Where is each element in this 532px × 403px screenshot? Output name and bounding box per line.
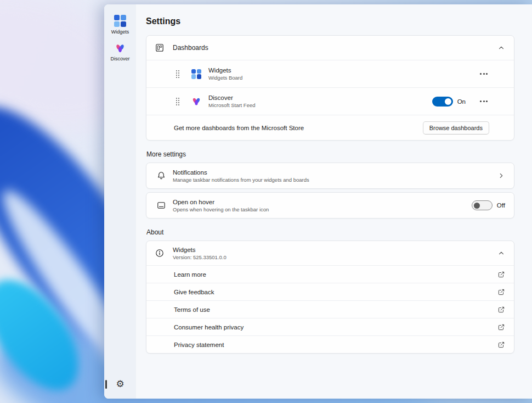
chevron-up-icon <box>497 249 505 257</box>
open-on-hover-row: Open on hover Opens when hovering on the… <box>146 193 514 218</box>
more-options-button[interactable] <box>479 98 489 104</box>
get-more-dashboards-text: Get more dashboards from the Microsoft S… <box>174 125 304 131</box>
sidebar-item-discover[interactable]: Discover <box>104 39 136 66</box>
about-version: Version: 525.33501.0.0 <box>173 254 227 260</box>
row-title: Widgets <box>208 67 242 74</box>
more-settings-label: More settings <box>146 150 514 158</box>
external-link-icon <box>497 288 505 296</box>
external-link-icon <box>497 323 505 331</box>
toggle-state-label: Off <box>497 202 505 209</box>
browse-dashboards-button[interactable]: Browse dashboards <box>423 121 489 135</box>
widgets-app-icon <box>191 69 201 79</box>
dashboards-expander-header[interactable]: Dashboards <box>146 36 514 60</box>
open-on-hover-card: Open on hover Opens when hovering on the… <box>146 192 514 219</box>
info-icon <box>155 249 164 258</box>
external-link-icon <box>497 271 505 278</box>
discover-toggle[interactable] <box>432 97 453 107</box>
settings-gear-button[interactable]: ⚙ <box>114 377 126 391</box>
more-options-button[interactable] <box>479 71 489 77</box>
about-title: Widgets <box>173 247 227 253</box>
row-subtitle: Microsoft Start Feed <box>208 102 256 108</box>
link-label: Terms of use <box>174 306 210 313</box>
notifications-card: Notifications Manage taskbar notificatio… <box>146 163 514 189</box>
page-title: Settings <box>146 16 514 26</box>
chevron-up-icon <box>497 44 505 52</box>
link-label: Learn more <box>174 271 206 278</box>
external-link-icon <box>497 306 505 314</box>
widgets-icon <box>114 15 126 27</box>
row-title: Discover <box>208 94 256 101</box>
sidebar-item-label: Widgets <box>111 29 129 35</box>
drag-handle[interactable] <box>176 70 179 78</box>
sidebar-item-widgets[interactable]: Widgets <box>104 11 136 39</box>
dashboards-card: Dashboards Widgets Widgets Board <box>146 35 514 141</box>
settings-page: Settings Dashboards <box>136 4 532 399</box>
open-on-hover-icon <box>157 201 166 210</box>
dashboards-footer-row: Get more dashboards from the Microsoft S… <box>146 115 514 140</box>
discover-icon <box>115 43 126 54</box>
active-indicator <box>105 380 107 389</box>
about-link-consumer-health-privacy[interactable]: Consumer health privacy <box>146 318 514 335</box>
drag-handle[interactable] <box>176 98 179 105</box>
notifications-row[interactable]: Notifications Manage taskbar notificatio… <box>146 163 514 188</box>
dashboards-title: Dashboards <box>173 44 208 52</box>
open-on-hover-toggle[interactable] <box>472 200 493 210</box>
row-title: Notifications <box>173 169 309 176</box>
sidebar: Widgets Discover ⚙ <box>104 4 136 399</box>
about-card: Widgets Version: 525.33501.0.0 Learn mor… <box>146 240 514 354</box>
row-title: Open on hover <box>173 199 269 205</box>
dashboard-row-discover: Discover Microsoft Start Feed On <box>146 87 514 115</box>
chevron-right-icon <box>497 172 505 180</box>
row-subtitle: Widgets Board <box>208 75 242 81</box>
about-link-learn-more[interactable]: Learn more <box>146 265 514 283</box>
about-link-terms-of-use[interactable]: Terms of use <box>146 300 514 318</box>
about-label: About <box>146 228 514 236</box>
widgets-settings-panel: Widgets Discover ⚙ Settings <box>104 4 532 399</box>
discover-app-icon <box>191 97 201 107</box>
bell-icon <box>157 171 166 180</box>
link-label: Consumer health privacy <box>174 324 244 331</box>
sidebar-item-label: Discover <box>110 56 129 61</box>
row-subtitle: Opens when hovering on the taskbar icon <box>173 206 269 212</box>
about-expander-header[interactable]: Widgets Version: 525.33501.0.0 <box>146 241 514 265</box>
row-subtitle: Manage taskbar notifications from your w… <box>173 177 309 183</box>
external-link-icon <box>497 341 505 349</box>
about-link-privacy-statement[interactable]: Privacy statement <box>146 335 514 353</box>
about-link-give-feedback[interactable]: Give feedback <box>146 283 514 300</box>
toggle-state-label: On <box>457 98 466 105</box>
desktop: Widgets Discover ⚙ Settings <box>0 0 532 403</box>
link-label: Privacy statement <box>174 342 224 348</box>
dashboard-row-widgets: Widgets Widgets Board <box>146 60 514 87</box>
link-label: Give feedback <box>174 289 214 295</box>
sidebar-footer: ⚙ <box>104 377 136 391</box>
dashboards-icon <box>155 43 164 52</box>
